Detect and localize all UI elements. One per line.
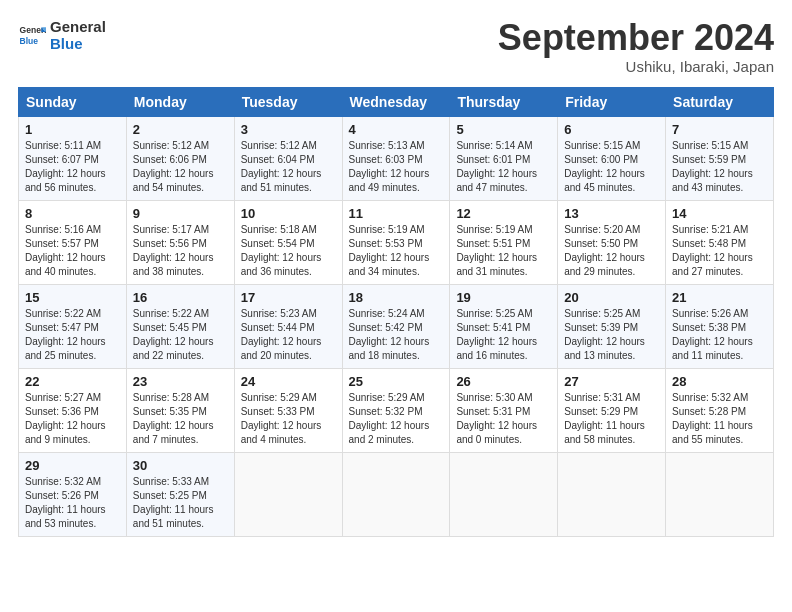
day-number: 11 (349, 206, 444, 221)
table-row: 16Sunrise: 5:22 AM Sunset: 5:45 PM Dayli… (126, 284, 234, 368)
day-number: 21 (672, 290, 767, 305)
calendar-body: 1Sunrise: 5:11 AM Sunset: 6:07 PM Daylig… (19, 116, 774, 536)
table-row: 29Sunrise: 5:32 AM Sunset: 5:26 PM Dayli… (19, 452, 127, 536)
day-details: Sunrise: 5:32 AM Sunset: 5:26 PM Dayligh… (25, 475, 120, 531)
day-number: 6 (564, 122, 659, 137)
table-row: 24Sunrise: 5:29 AM Sunset: 5:33 PM Dayli… (234, 368, 342, 452)
table-row: 19Sunrise: 5:25 AM Sunset: 5:41 PM Dayli… (450, 284, 558, 368)
day-number: 17 (241, 290, 336, 305)
day-details: Sunrise: 5:33 AM Sunset: 5:25 PM Dayligh… (133, 475, 228, 531)
day-number: 12 (456, 206, 551, 221)
day-number: 19 (456, 290, 551, 305)
calendar-week-row: 29Sunrise: 5:32 AM Sunset: 5:26 PM Dayli… (19, 452, 774, 536)
day-details: Sunrise: 5:29 AM Sunset: 5:33 PM Dayligh… (241, 391, 336, 447)
day-number: 5 (456, 122, 551, 137)
day-details: Sunrise: 5:17 AM Sunset: 5:56 PM Dayligh… (133, 223, 228, 279)
day-number: 29 (25, 458, 120, 473)
col-wednesday: Wednesday (342, 87, 450, 116)
day-details: Sunrise: 5:27 AM Sunset: 5:36 PM Dayligh… (25, 391, 120, 447)
col-monday: Monday (126, 87, 234, 116)
table-row: 5Sunrise: 5:14 AM Sunset: 6:01 PM Daylig… (450, 116, 558, 200)
day-details: Sunrise: 5:30 AM Sunset: 5:31 PM Dayligh… (456, 391, 551, 447)
col-sunday: Sunday (19, 87, 127, 116)
svg-text:Blue: Blue (20, 37, 39, 47)
table-row: 10Sunrise: 5:18 AM Sunset: 5:54 PM Dayli… (234, 200, 342, 284)
day-details: Sunrise: 5:19 AM Sunset: 5:51 PM Dayligh… (456, 223, 551, 279)
table-row: 11Sunrise: 5:19 AM Sunset: 5:53 PM Dayli… (342, 200, 450, 284)
logo: General Blue General Blue (18, 18, 106, 53)
table-row: 26Sunrise: 5:30 AM Sunset: 5:31 PM Dayli… (450, 368, 558, 452)
table-row (234, 452, 342, 536)
calendar-week-row: 15Sunrise: 5:22 AM Sunset: 5:47 PM Dayli… (19, 284, 774, 368)
day-number: 15 (25, 290, 120, 305)
day-details: Sunrise: 5:26 AM Sunset: 5:38 PM Dayligh… (672, 307, 767, 363)
day-details: Sunrise: 5:31 AM Sunset: 5:29 PM Dayligh… (564, 391, 659, 447)
logo-blue-text: Blue (50, 35, 106, 52)
title-area: September 2024 Ushiku, Ibaraki, Japan (498, 18, 774, 75)
table-row: 9Sunrise: 5:17 AM Sunset: 5:56 PM Daylig… (126, 200, 234, 284)
table-row: 8Sunrise: 5:16 AM Sunset: 5:57 PM Daylig… (19, 200, 127, 284)
table-row: 6Sunrise: 5:15 AM Sunset: 6:00 PM Daylig… (558, 116, 666, 200)
table-row: 17Sunrise: 5:23 AM Sunset: 5:44 PM Dayli… (234, 284, 342, 368)
table-row: 18Sunrise: 5:24 AM Sunset: 5:42 PM Dayli… (342, 284, 450, 368)
calendar-week-row: 22Sunrise: 5:27 AM Sunset: 5:36 PM Dayli… (19, 368, 774, 452)
day-number: 2 (133, 122, 228, 137)
day-details: Sunrise: 5:21 AM Sunset: 5:48 PM Dayligh… (672, 223, 767, 279)
table-row (342, 452, 450, 536)
table-row: 12Sunrise: 5:19 AM Sunset: 5:51 PM Dayli… (450, 200, 558, 284)
col-tuesday: Tuesday (234, 87, 342, 116)
table-row: 4Sunrise: 5:13 AM Sunset: 6:03 PM Daylig… (342, 116, 450, 200)
day-details: Sunrise: 5:25 AM Sunset: 5:39 PM Dayligh… (564, 307, 659, 363)
day-number: 16 (133, 290, 228, 305)
table-row: 2Sunrise: 5:12 AM Sunset: 6:06 PM Daylig… (126, 116, 234, 200)
col-thursday: Thursday (450, 87, 558, 116)
day-details: Sunrise: 5:32 AM Sunset: 5:28 PM Dayligh… (672, 391, 767, 447)
day-number: 7 (672, 122, 767, 137)
day-details: Sunrise: 5:15 AM Sunset: 5:59 PM Dayligh… (672, 139, 767, 195)
day-details: Sunrise: 5:18 AM Sunset: 5:54 PM Dayligh… (241, 223, 336, 279)
day-details: Sunrise: 5:19 AM Sunset: 5:53 PM Dayligh… (349, 223, 444, 279)
table-row (558, 452, 666, 536)
table-row: 14Sunrise: 5:21 AM Sunset: 5:48 PM Dayli… (666, 200, 774, 284)
day-number: 13 (564, 206, 659, 221)
day-details: Sunrise: 5:14 AM Sunset: 6:01 PM Dayligh… (456, 139, 551, 195)
day-details: Sunrise: 5:22 AM Sunset: 5:45 PM Dayligh… (133, 307, 228, 363)
table-row: 13Sunrise: 5:20 AM Sunset: 5:50 PM Dayli… (558, 200, 666, 284)
day-number: 22 (25, 374, 120, 389)
day-details: Sunrise: 5:12 AM Sunset: 6:06 PM Dayligh… (133, 139, 228, 195)
day-number: 28 (672, 374, 767, 389)
table-row (666, 452, 774, 536)
location-text: Ushiku, Ibaraki, Japan (498, 58, 774, 75)
day-number: 10 (241, 206, 336, 221)
day-details: Sunrise: 5:28 AM Sunset: 5:35 PM Dayligh… (133, 391, 228, 447)
day-details: Sunrise: 5:24 AM Sunset: 5:42 PM Dayligh… (349, 307, 444, 363)
day-number: 9 (133, 206, 228, 221)
calendar-week-row: 8Sunrise: 5:16 AM Sunset: 5:57 PM Daylig… (19, 200, 774, 284)
day-number: 27 (564, 374, 659, 389)
day-number: 30 (133, 458, 228, 473)
table-row: 1Sunrise: 5:11 AM Sunset: 6:07 PM Daylig… (19, 116, 127, 200)
day-number: 20 (564, 290, 659, 305)
day-number: 26 (456, 374, 551, 389)
day-details: Sunrise: 5:12 AM Sunset: 6:04 PM Dayligh… (241, 139, 336, 195)
table-row: 21Sunrise: 5:26 AM Sunset: 5:38 PM Dayli… (666, 284, 774, 368)
day-details: Sunrise: 5:13 AM Sunset: 6:03 PM Dayligh… (349, 139, 444, 195)
table-row: 3Sunrise: 5:12 AM Sunset: 6:04 PM Daylig… (234, 116, 342, 200)
day-details: Sunrise: 5:29 AM Sunset: 5:32 PM Dayligh… (349, 391, 444, 447)
table-row: 27Sunrise: 5:31 AM Sunset: 5:29 PM Dayli… (558, 368, 666, 452)
day-number: 18 (349, 290, 444, 305)
month-title: September 2024 (498, 18, 774, 58)
day-number: 24 (241, 374, 336, 389)
calendar-header-row: Sunday Monday Tuesday Wednesday Thursday… (19, 87, 774, 116)
table-row: 23Sunrise: 5:28 AM Sunset: 5:35 PM Dayli… (126, 368, 234, 452)
logo-icon: General Blue (18, 21, 46, 49)
day-number: 23 (133, 374, 228, 389)
day-details: Sunrise: 5:20 AM Sunset: 5:50 PM Dayligh… (564, 223, 659, 279)
page-container: General Blue General Blue September 2024… (0, 0, 792, 547)
col-friday: Friday (558, 87, 666, 116)
day-details: Sunrise: 5:25 AM Sunset: 5:41 PM Dayligh… (456, 307, 551, 363)
table-row: 25Sunrise: 5:29 AM Sunset: 5:32 PM Dayli… (342, 368, 450, 452)
day-number: 8 (25, 206, 120, 221)
day-number: 3 (241, 122, 336, 137)
day-details: Sunrise: 5:11 AM Sunset: 6:07 PM Dayligh… (25, 139, 120, 195)
